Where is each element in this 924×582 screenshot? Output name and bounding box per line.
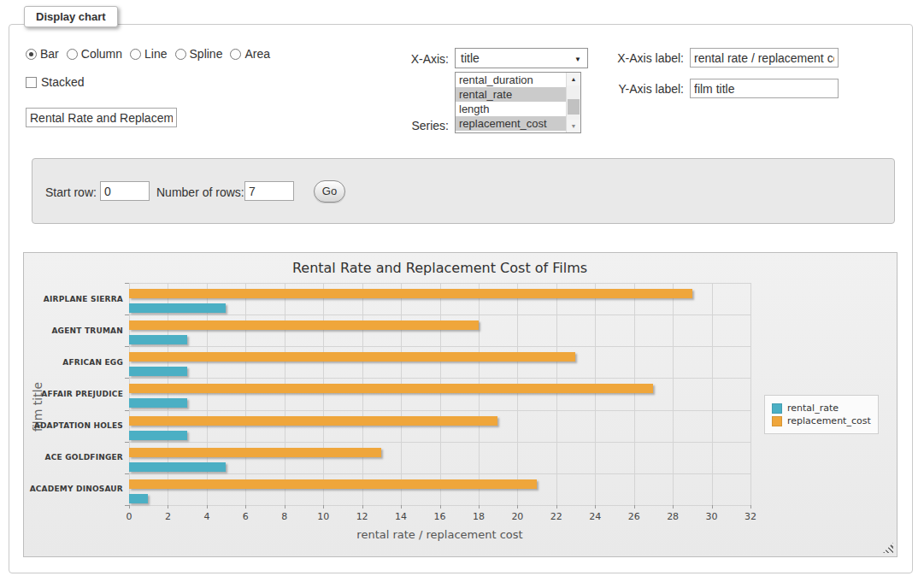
x-tick-label: 14 (388, 511, 414, 522)
y-tick (125, 346, 129, 347)
gridline (401, 283, 402, 505)
legend-label: replacement_cost (787, 415, 871, 426)
x-tick-label: 20 (504, 511, 530, 522)
replacement_cost-bar[interactable] (129, 289, 692, 298)
rental_rate-bar[interactable] (129, 303, 226, 313)
x-tick-label: 0 (116, 511, 142, 522)
gridline (479, 283, 480, 505)
plot-area (129, 283, 750, 505)
scroll-down-icon[interactable]: ▼ (567, 120, 580, 132)
replacement_cost-bar[interactable] (129, 384, 653, 393)
chart-type-radio-group: BarColumnLineSplineArea (26, 47, 278, 61)
series-option-length[interactable]: length (456, 102, 567, 116)
x-tick (595, 505, 596, 509)
gridline (245, 283, 246, 505)
rental_rate-bar[interactable] (129, 398, 187, 408)
start-row-input[interactable] (100, 181, 150, 201)
listbox-scrollbar[interactable]: ▲ ▼ (566, 73, 580, 132)
radio-bar[interactable]: Bar (26, 47, 59, 61)
category-label: AIRPLANE SIERRA (24, 295, 123, 303)
x-tick (323, 505, 324, 509)
radio-circle-icon[interactable] (175, 49, 186, 60)
legend-label: rental_rate (787, 403, 839, 414)
legend-swatch-icon (772, 403, 782, 414)
gridline (285, 283, 285, 505)
category-label: ACADEMY DINOSAUR (24, 485, 123, 493)
gridline (517, 283, 518, 505)
gridline (129, 410, 750, 411)
x-tick-label: 26 (621, 511, 647, 522)
x-tick-label: 24 (582, 511, 608, 522)
gridline (129, 378, 750, 379)
radio-circle-icon[interactable] (26, 49, 37, 60)
x-axis-select[interactable]: title ▼ (455, 48, 588, 68)
radio-area[interactable]: Area (230, 47, 270, 61)
radio-label: Spline (190, 47, 223, 61)
x-tick (440, 505, 441, 509)
series-option-rental_rate[interactable]: rental_rate (456, 87, 567, 102)
replacement_cost-bar[interactable] (129, 352, 575, 362)
radio-line[interactable]: Line (130, 47, 167, 61)
gridline (362, 283, 363, 505)
radio-circle-icon[interactable] (230, 49, 241, 60)
y-axis-label-input[interactable] (690, 79, 839, 98)
replacement_cost-bar[interactable] (129, 416, 497, 426)
page: Display chart BarColumnLineSplineArea St… (0, 0, 924, 582)
x-tick-label: 6 (232, 511, 258, 522)
radio-circle-icon[interactable] (67, 49, 78, 60)
rental_rate-bar[interactable] (129, 367, 187, 376)
legend-item-rental_rate[interactable]: rental_rate (772, 403, 871, 414)
y-tick (125, 410, 129, 411)
legend-item-replacement_cost[interactable]: replacement_cost (772, 415, 871, 426)
go-button[interactable]: Go (314, 180, 345, 203)
legend-swatch-icon (772, 416, 782, 426)
rental_rate-bar[interactable] (129, 462, 226, 472)
resize-handle-icon[interactable] (883, 543, 893, 553)
scrollbar-thumb[interactable] (568, 99, 580, 115)
x-tick (517, 505, 518, 509)
gridline (712, 283, 713, 505)
replacement_cost-bar[interactable] (129, 448, 381, 457)
chart-title-input[interactable] (26, 108, 177, 127)
rental_rate-bar[interactable] (129, 431, 187, 440)
gridline (673, 283, 674, 505)
gridline (556, 283, 557, 505)
scroll-up-icon[interactable]: ▲ (567, 73, 580, 85)
gridline (129, 283, 130, 505)
series-option-rental_duration[interactable]: rental_duration (456, 73, 567, 87)
replacement_cost-bar[interactable] (129, 479, 537, 489)
radio-label: Line (144, 47, 167, 61)
x-tick (673, 505, 674, 509)
gridline (168, 283, 168, 505)
category-label: ACE GOLDFINGER (24, 453, 123, 461)
x-axis-title: rental rate / replacement cost (129, 528, 750, 541)
rental_rate-bar[interactable] (129, 335, 187, 344)
radio-label: Bar (40, 47, 59, 61)
stacked-checkbox[interactable] (26, 77, 37, 88)
x-tick (168, 505, 168, 509)
x-axis-selected-value: title (461, 51, 480, 65)
number-of-rows-input[interactable] (244, 181, 294, 201)
gridline (129, 346, 750, 347)
radio-column[interactable]: Column (67, 47, 122, 61)
series-option-replacement_cost[interactable]: replacement_cost (456, 116, 567, 131)
radio-circle-icon[interactable] (130, 49, 141, 60)
x-axis-label-input[interactable] (690, 48, 839, 68)
dropdown-arrow-icon: ▼ (574, 56, 581, 63)
y-tick (125, 442, 129, 443)
x-tick-label: 2 (155, 511, 180, 522)
x-tick (207, 505, 208, 509)
radio-spline[interactable]: Spline (175, 47, 223, 61)
y-tick (125, 473, 129, 474)
x-tick-label: 18 (466, 511, 491, 522)
x-tick (634, 505, 635, 509)
x-tick-label: 16 (427, 511, 453, 522)
rental_rate-bar[interactable] (129, 494, 148, 503)
replacement_cost-bar[interactable] (129, 320, 479, 330)
series-options: rental_durationrental_ratelengthreplacem… (456, 73, 580, 131)
x-tick-label: 8 (272, 511, 297, 522)
x-tick (556, 505, 557, 509)
gridline (595, 283, 596, 505)
chart-container: Rental Rate and Replacement Cost of Film… (23, 252, 898, 557)
chart-title: Rental Rate and Replacement Cost of Film… (129, 260, 750, 276)
